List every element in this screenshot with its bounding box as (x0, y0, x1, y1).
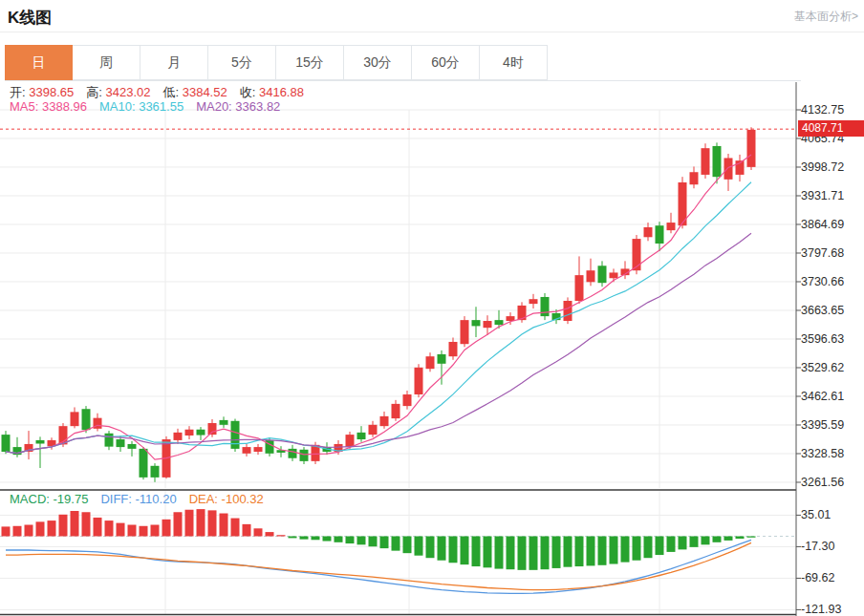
svg-text:-17.30: -17.30 (801, 540, 834, 553)
svg-text:3864.69: 3864.69 (801, 218, 844, 231)
kline-chart-canvas[interactable]: 4132.754065.743998.723931.713864.693797.… (0, 82, 864, 489)
kline-page: K线图 基本面分析> 日周月5分15分30分60分4时 开: 3398.65高:… (0, 0, 864, 616)
page-header: K线图 基本面分析> (0, 0, 864, 32)
high-label: 高: (86, 85, 105, 99)
svg-text:3998.72: 3998.72 (801, 160, 844, 174)
open-value: 3398.65 (29, 85, 74, 99)
svg-text:3663.65: 3663.65 (801, 304, 844, 317)
tab-month[interactable]: 月 (140, 45, 208, 80)
low-value: 3384.52 (183, 85, 227, 99)
svg-text:4132.75: 4132.75 (801, 103, 844, 117)
diff-readout-item: DIFF: -110.20 (100, 492, 176, 506)
diff-value: -110.20 (135, 492, 176, 506)
high-readout-item: 高: 3423.02 (86, 85, 150, 99)
svg-text:3730.66: 3730.66 (801, 275, 844, 288)
close-label: 收: (240, 85, 259, 99)
current-price-badge: 4087.71 (798, 120, 864, 137)
ma5-readout-item: MA5: 3388.96 (10, 99, 87, 114)
ma5-label: MA5: (10, 99, 42, 114)
ma10-value: 3361.55 (139, 99, 184, 114)
tab-day[interactable]: 日 (5, 45, 73, 80)
dea-readout-item: DEA: -100.32 (189, 492, 264, 506)
tab-30min[interactable]: 30分 (344, 45, 412, 80)
svg-text:35.01: 35.01 (801, 508, 831, 521)
dea-value: -100.32 (222, 492, 264, 506)
svg-text:-69.62: -69.62 (801, 571, 834, 584)
open-readout-item: 开: 3398.65 (10, 85, 74, 99)
ma20-readout-item: MA20: 3363.82 (196, 99, 280, 114)
low-label: 低: (162, 85, 182, 99)
macd-readout-item: MACD: -19.75 (10, 492, 88, 506)
ma10-label: MA10: (99, 99, 139, 114)
low-readout-item: 低: 3384.52 (162, 85, 227, 99)
svg-text:3596.63: 3596.63 (801, 332, 844, 346)
macd-chart-canvas[interactable]: 35.01-17.30-69.62-121.93 (0, 489, 864, 616)
interval-tabbar: 日周月5分15分30分60分4时 (5, 45, 801, 81)
svg-text:3328.58: 3328.58 (801, 447, 844, 460)
tab-4hour[interactable]: 4时 (480, 45, 548, 80)
tab-5min[interactable]: 5分 (208, 45, 276, 80)
page-title: K线图 (8, 7, 52, 29)
ma20-value: 3363.82 (235, 99, 280, 114)
ma10-readout-item: MA10: 3361.55 (99, 99, 184, 114)
svg-text:3797.68: 3797.68 (801, 246, 844, 260)
open-label: 开: (10, 85, 29, 99)
ma-readout: MA5: 3388.96MA10: 3361.55MA20: 3363.82 (10, 99, 292, 114)
svg-text:3261.56: 3261.56 (801, 476, 844, 489)
tab-15min[interactable]: 15分 (276, 45, 344, 80)
macd-label: MACD: (10, 492, 54, 506)
close-value: 3416.88 (259, 85, 304, 99)
svg-text:3462.61: 3462.61 (801, 390, 844, 403)
tab-60min[interactable]: 60分 (412, 45, 480, 80)
svg-text:3395.59: 3395.59 (801, 418, 844, 432)
svg-text:3931.71: 3931.71 (801, 189, 844, 202)
macd-value: -19.75 (54, 492, 89, 506)
svg-text:-121.93: -121.93 (801, 603, 841, 616)
ma5-value: 3388.96 (42, 99, 87, 114)
fundamental-analysis-link[interactable]: 基本面分析> (794, 9, 858, 25)
svg-text:3529.62: 3529.62 (801, 361, 844, 374)
macd-readout: MACD: -19.75DIFF: -110.20DEA: -100.32 (10, 492, 276, 506)
high-value: 3423.02 (105, 85, 150, 99)
ma20-label: MA20: (196, 99, 235, 114)
tab-week[interactable]: 周 (73, 45, 140, 80)
close-readout-item: 收: 3416.88 (240, 85, 304, 99)
diff-label: DIFF: (100, 492, 135, 506)
dea-label: DEA: (189, 492, 222, 506)
